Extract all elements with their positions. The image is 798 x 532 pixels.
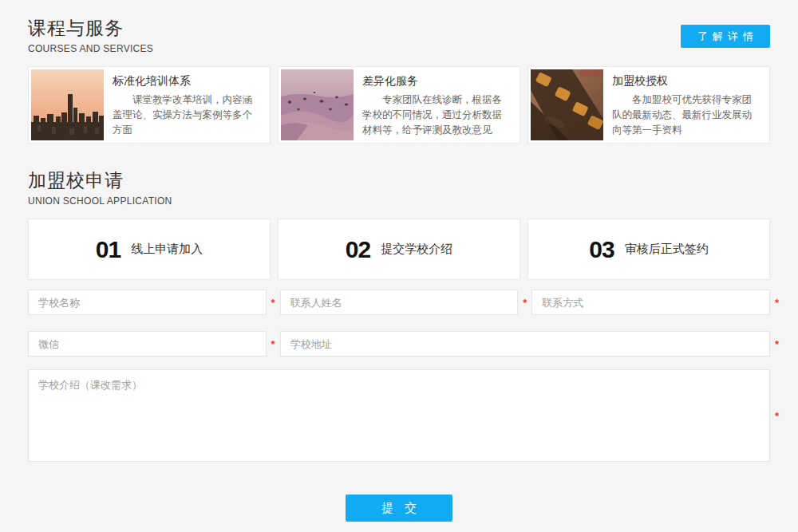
- step-number: 02: [346, 236, 370, 263]
- card-text-block: 加盟校授权 各加盟校可优先获得专家团队的最新动态、最新行业发展动向等第一手资料: [603, 69, 767, 140]
- courses-heading-group: 课程与服务 COURSES AND SERVICES: [28, 16, 153, 54]
- step-label: 线上申请加入: [131, 242, 203, 257]
- card-text-block: 差异化服务 专家团队在线诊断，根据各学校的不同情况，通过分析数据材料等，给予评测…: [354, 69, 517, 140]
- submit-button[interactable]: 提交: [346, 495, 452, 522]
- field-school-intro: *: [28, 369, 770, 462]
- card-title: 标准化培训体系: [113, 74, 259, 89]
- contact-method-input[interactable]: [531, 290, 770, 315]
- step-number: 01: [96, 236, 120, 263]
- application-section: 加盟校申请 UNION SCHOOL APPLICATION 01 线上申请加入…: [28, 168, 770, 522]
- desert-dunes-image: [281, 69, 354, 140]
- field-contact-method: *: [531, 290, 770, 315]
- card-description: 专家团队在线诊断，根据各学校的不同情况，通过分析数据材料等，给予评测及教改意见: [362, 93, 509, 137]
- city-skyline-image: [31, 69, 104, 140]
- courses-section-header: 课程与服务 COURSES AND SERVICES 了解详情: [28, 16, 770, 54]
- page: 课程与服务 COURSES AND SERVICES 了解详情: [0, 0, 798, 522]
- field-school-name: *: [28, 290, 267, 315]
- required-asterisk: *: [775, 338, 779, 350]
- card-standardized-training: 标准化培训体系 课堂教学改革培训，内容涵盖理论、实操方法与案例等多个方面: [28, 66, 271, 144]
- required-asterisk: *: [271, 338, 275, 350]
- required-asterisk: *: [523, 297, 527, 309]
- field-contact-name: *: [280, 290, 519, 315]
- courses-title: 课程与服务: [28, 16, 153, 41]
- card-description: 课堂教学改革培训，内容涵盖理论、实操方法与案例等多个方面: [113, 93, 259, 137]
- step-label: 提交学校介绍: [381, 242, 452, 257]
- school-address-input[interactable]: [280, 331, 770, 357]
- step-number: 03: [589, 236, 614, 263]
- contact-name-input[interactable]: [280, 290, 519, 315]
- learn-more-button[interactable]: 了解详情: [681, 25, 770, 48]
- application-title: 加盟校申请: [28, 168, 770, 193]
- field-wechat: *: [28, 331, 267, 357]
- step-submit-intro: 02 提交学校介绍: [278, 219, 520, 280]
- card-title: 加盟校授权: [612, 74, 759, 89]
- card-franchise-authorization: 加盟校授权 各加盟校可优先获得专家团队的最新动态、最新行业发展动向等第一手资料: [527, 66, 770, 144]
- card-text-block: 标准化培训体系 课堂教学改革培训，内容涵盖理论、实操方法与案例等多个方面: [104, 69, 267, 140]
- school-name-input[interactable]: [28, 290, 267, 315]
- course-cards-row: 标准化培训体系 课堂教学改革培训，内容涵盖理论、实操方法与案例等多个方面: [28, 66, 770, 144]
- school-intro-textarea[interactable]: [28, 369, 770, 462]
- required-asterisk: *: [775, 410, 779, 422]
- courses-subtitle: COURSES AND SERVICES: [28, 43, 153, 54]
- form-fields-grid: * * * * *: [28, 290, 770, 357]
- application-form: * * * * *: [28, 290, 770, 522]
- courses-section: 课程与服务 COURSES AND SERVICES 了解详情: [28, 16, 770, 144]
- step-apply-online: 01 线上申请加入: [28, 219, 271, 280]
- application-steps-row: 01 线上申请加入 02 提交学校介绍 03 审核后正式签约: [28, 219, 770, 280]
- wechat-input[interactable]: [28, 331, 267, 357]
- application-heading-group: 加盟校申请 UNION SCHOOL APPLICATION: [28, 168, 770, 207]
- required-asterisk: *: [271, 297, 275, 309]
- step-label: 审核后正式签约: [625, 242, 709, 257]
- card-differentiated-service: 差异化服务 专家团队在线诊断，根据各学校的不同情况，通过分析数据材料等，给予评测…: [278, 66, 520, 144]
- submit-row: 提交: [28, 495, 770, 522]
- card-title: 差异化服务: [362, 74, 509, 89]
- step-sign-contract: 03 审核后正式签约: [527, 219, 770, 280]
- application-subtitle: UNION SCHOOL APPLICATION: [28, 195, 770, 207]
- card-description: 各加盟校可优先获得专家团队的最新动态、最新行业发展动向等第一手资料: [612, 93, 759, 137]
- required-asterisk: *: [775, 297, 779, 309]
- film-strip-image: [531, 69, 603, 140]
- field-school-address: *: [280, 331, 770, 357]
